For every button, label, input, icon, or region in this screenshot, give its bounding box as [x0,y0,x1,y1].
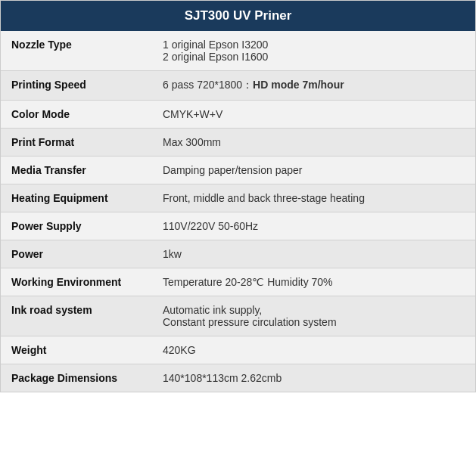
row-value: CMYK+W+V [152,101,475,129]
row-value: Front, middle and back three-stage heati… [152,184,475,212]
row-value: 140*108*113cm 2.62cmb [152,364,475,392]
row-label: Ink road system [1,296,152,336]
table-row: Print FormatMax 300mm [1,129,475,157]
row-label: Color Mode [1,101,152,129]
row-label: Print Format [1,129,152,157]
row-label: Working Environment [1,268,152,296]
table-row: Printing Speed6 pass 720*1800：HD mode 7m… [1,71,475,101]
table-row: Media TransferDamping paper/tension pape… [1,157,475,184]
row-value: 1 original Epson I32002 original Epson I… [152,31,475,71]
table-row: Heating EquipmentFront, middle and back … [1,184,475,212]
table-row: Ink road systemAutomatic ink supply,Cons… [1,296,475,336]
row-label: Power Supply [1,212,152,240]
table-header: SJT300 UV Priner [1,1,475,31]
row-value: Automatic ink supply,Constant pressure c… [152,296,475,336]
row-value-line: 2 original Epson I1600 [163,51,268,63]
row-value-plain: 6 pass 720*1800： [163,79,253,91]
row-label: Printing Speed [1,71,152,101]
row-value: 1kw [152,240,475,268]
row-value-line: Automatic ink supply, [163,304,262,316]
row-value: Temperature 20-28℃ Humidity 70% [152,268,475,296]
row-value-line: Constant pressure circulation system [163,316,337,328]
spec-table: Nozzle Type1 original Epson I32002 origi… [1,31,475,392]
table-title: SJT300 UV Priner [185,8,292,23]
row-value-bold: HD mode 7m/hour [253,79,344,91]
row-value: Damping paper/tension paper [152,157,475,184]
table-row: Working EnvironmentTemperature 20-28℃ Hu… [1,268,475,296]
row-label: Weight [1,336,152,364]
table-row: Weight420KG [1,336,475,364]
row-label: Nozzle Type [1,31,152,71]
row-label: Power [1,240,152,268]
table-row: Color ModeCMYK+W+V [1,101,475,129]
row-label: Package Dimensions [1,364,152,392]
row-value-line: 1 original Epson I3200 [163,39,268,51]
row-value: 6 pass 720*1800：HD mode 7m/hour [152,71,475,101]
row-value: 420KG [152,336,475,364]
row-label: Heating Equipment [1,184,152,212]
table-row: Power Supply110V/220V 50-60Hz [1,212,475,240]
row-value: Max 300mm [152,129,475,157]
row-value: 110V/220V 50-60Hz [152,212,475,240]
spec-table-container: SJT300 UV Priner Nozzle Type1 original E… [0,0,476,392]
table-row: Nozzle Type1 original Epson I32002 origi… [1,31,475,71]
row-label: Media Transfer [1,157,152,184]
table-row: Package Dimensions140*108*113cm 2.62cmb [1,364,475,392]
table-row: Power1kw [1,240,475,268]
